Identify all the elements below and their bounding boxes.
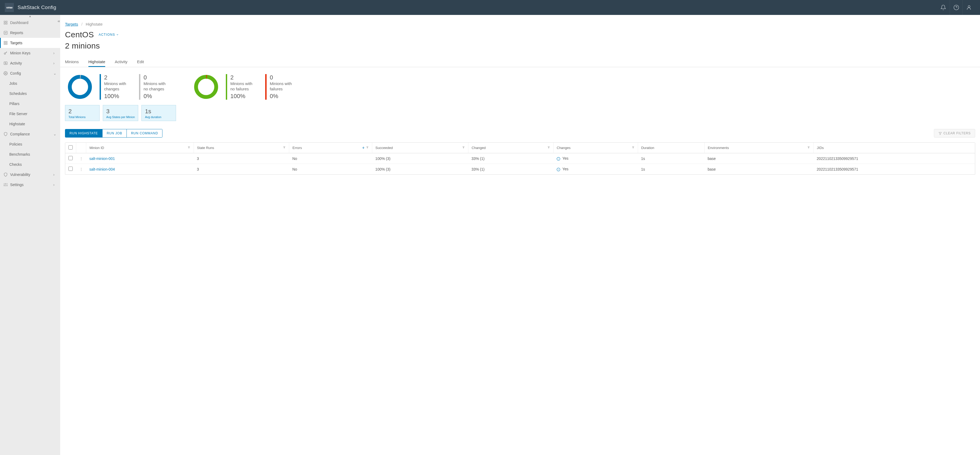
sidebar-item-settings[interactable]: Settings› — [0, 180, 60, 190]
sidebar-subitem-jobs[interactable]: Jobs — [0, 78, 60, 88]
tile-value: 2 — [68, 108, 96, 115]
breadcrumb-root-link[interactable]: Targets — [65, 22, 78, 26]
stat-label: Minions withfailures — [270, 81, 300, 91]
sidebar-item-label: Vulnerability — [10, 172, 53, 177]
stat-label: Minions withchanges — [104, 81, 134, 91]
stat-percent: 0% — [270, 93, 300, 100]
actions-dropdown[interactable]: ACTIONS — [99, 33, 119, 37]
sidebar-subitem-file-server[interactable]: File Server — [0, 109, 60, 119]
sidebar-item-label: Targets — [10, 41, 57, 45]
bell-icon — [940, 5, 946, 10]
minion-id-link[interactable]: salt-minion-004 — [89, 167, 115, 171]
select-all-checkbox[interactable] — [68, 145, 73, 150]
row-menu-icon[interactable]: ⋮ — [80, 156, 83, 161]
sidebar-item-label: Pillars — [9, 102, 57, 106]
sidebar-collapse-button[interactable] — [56, 16, 61, 26]
product-title: SaltStack Config — [18, 5, 56, 10]
stat-no-changes: 0Minions withno changes0% — [139, 74, 173, 100]
sidebar-item-minion-keys[interactable]: Minion Keys› — [0, 48, 60, 58]
tile-avg-duration: 1sAvg duration — [142, 105, 176, 121]
column-label: Environments — [708, 146, 729, 150]
tile-label: Avg duration — [145, 115, 173, 119]
shield-icon — [3, 132, 8, 136]
sidebar-item-targets[interactable]: Targets — [0, 38, 60, 48]
notifications-button[interactable] — [937, 0, 950, 15]
filter-icon[interactable] — [283, 146, 286, 150]
sidebar-subitem-pillars[interactable]: Pillars — [0, 99, 60, 109]
shield-icon — [3, 172, 8, 177]
breadcrumb-separator: / — [81, 22, 82, 26]
row-checkbox[interactable] — [68, 167, 73, 171]
cell-jids: 20221102133509929571 — [813, 153, 975, 164]
failures-donut-group — [193, 73, 220, 100]
column-header-minion-id[interactable]: Minion ID — [86, 143, 194, 153]
sidebar-item-reports[interactable]: Reports — [0, 28, 60, 38]
cell-succeeded: 100% (3) — [372, 164, 468, 175]
sidebar-subitem-checks[interactable]: Checks — [0, 160, 60, 169]
column-header-environments[interactable]: Environments — [704, 143, 813, 153]
sidebar-item-label: Jobs — [9, 81, 57, 86]
svg-rect-4 — [6, 21, 7, 22]
svg-point-24 — [70, 77, 90, 97]
column-header-duration[interactable]: Duration — [638, 143, 704, 153]
sidebar-item-dashboard[interactable]: Dashboard — [0, 18, 60, 28]
tile-value: 1s — [145, 108, 173, 115]
filter-icon[interactable] — [807, 146, 810, 150]
grid-icon — [3, 40, 8, 45]
sidebar-item-activity[interactable]: Activity› — [0, 58, 60, 68]
filter-icon[interactable] — [462, 146, 465, 150]
svg-rect-3 — [4, 21, 5, 22]
help-button[interactable] — [950, 0, 963, 15]
sidebar-subitem-policies[interactable]: Policies — [0, 139, 60, 149]
svg-rect-6 — [4, 23, 5, 24]
user-menu-button[interactable] — [963, 0, 975, 15]
run-highstate-button[interactable]: RUN HIGHSTATE — [65, 129, 102, 137]
cell-changed: 33% (1) — [468, 164, 554, 175]
column-header-succeeded[interactable]: Succeeded — [372, 143, 468, 153]
cell-environments: base — [704, 164, 813, 175]
run-command-button[interactable]: RUN COMMAND — [126, 129, 162, 137]
sidebar-item-label: Dashboard — [10, 21, 57, 25]
sidebar-subitem-highstate[interactable]: Highstate — [0, 119, 60, 129]
tab-edit[interactable]: Edit — [137, 57, 144, 67]
run-job-button[interactable]: RUN JOB — [102, 129, 126, 137]
tile-avg-states-per-minion: 3Avg States per Minion — [103, 105, 138, 121]
sidebar-subitem-schedules[interactable]: Schedules — [0, 88, 60, 99]
filter-icon[interactable] — [188, 146, 190, 150]
svg-rect-5 — [6, 23, 7, 24]
chart-icon — [3, 30, 8, 35]
tab-activity[interactable]: Activity — [115, 57, 127, 67]
sidebar-item-vulnerability[interactable]: Vulnerability› — [0, 169, 60, 180]
column-header-changed[interactable]: Changed — [468, 143, 554, 153]
sidebar-item-label: Activity — [10, 61, 53, 65]
breadcrumb: Targets / Highstate — [60, 22, 980, 29]
column-header-errors[interactable]: Errors — [289, 143, 372, 153]
sliders-icon — [3, 182, 8, 187]
app-header: vmw SaltStack Config — [0, 0, 980, 15]
column-header-jids[interactable]: JIDs — [813, 143, 975, 153]
sidebar-item-compliance[interactable]: Compliance⌄ — [0, 129, 60, 139]
cell-duration: 1s — [638, 164, 704, 175]
row-checkbox[interactable] — [68, 156, 73, 160]
stat-value: 0 — [270, 74, 300, 81]
changes-donut-chart — [67, 73, 93, 100]
filter-icon[interactable] — [632, 146, 635, 150]
sidebar-item-config[interactable]: Config⌄ — [0, 68, 60, 78]
svg-rect-8 — [4, 42, 5, 43]
tab-highstate[interactable]: Highstate — [88, 57, 105, 67]
tab-minions[interactable]: Minions — [65, 57, 79, 67]
sidebar-subitem-benchmarks[interactable]: Benchmarks — [0, 149, 60, 160]
minion-id-link[interactable]: salt-minion-001 — [89, 156, 115, 161]
cell-changed: 33% (1) — [468, 153, 554, 164]
column-header-changes[interactable]: Changes — [554, 143, 638, 153]
sort-desc-icon[interactable] — [362, 146, 365, 150]
cell-errors: No — [289, 164, 372, 175]
stat-label: Minions withno changes — [143, 81, 173, 91]
column-header-state-runs[interactable]: State Runs — [194, 143, 289, 153]
filter-icon[interactable] — [366, 146, 369, 150]
row-menu-icon[interactable]: ⋮ — [80, 167, 83, 171]
tile-label: Total Minions — [68, 115, 96, 119]
cell-state-runs: 3 — [194, 153, 289, 164]
filter-icon[interactable] — [547, 146, 550, 150]
clear-filters-button[interactable]: CLEAR FILTERS — [934, 129, 975, 137]
